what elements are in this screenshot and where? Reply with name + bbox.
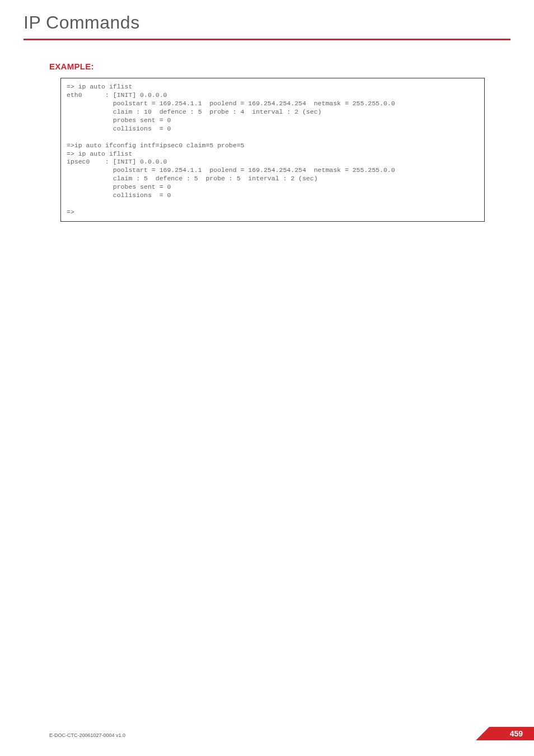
code-example-box: => ip auto iflist eth0 : [INIT] 0.0.0.0 … bbox=[60, 78, 485, 222]
footer-doc-id: E-DOC-CTC-20061027-0004 v1.0 bbox=[49, 732, 125, 738]
code-example-text: => ip auto iflist eth0 : [INIT] 0.0.0.0 … bbox=[67, 83, 479, 217]
page-number: 459 bbox=[510, 729, 523, 738]
title-divider bbox=[24, 39, 510, 40]
page-footer: E-DOC-CTC-20061027-0004 v1.0 459 bbox=[0, 727, 534, 740]
page-badge-triangle bbox=[476, 727, 489, 740]
page-title: IP Commands bbox=[0, 0, 534, 33]
example-heading: EXAMPLE: bbox=[49, 62, 534, 71]
